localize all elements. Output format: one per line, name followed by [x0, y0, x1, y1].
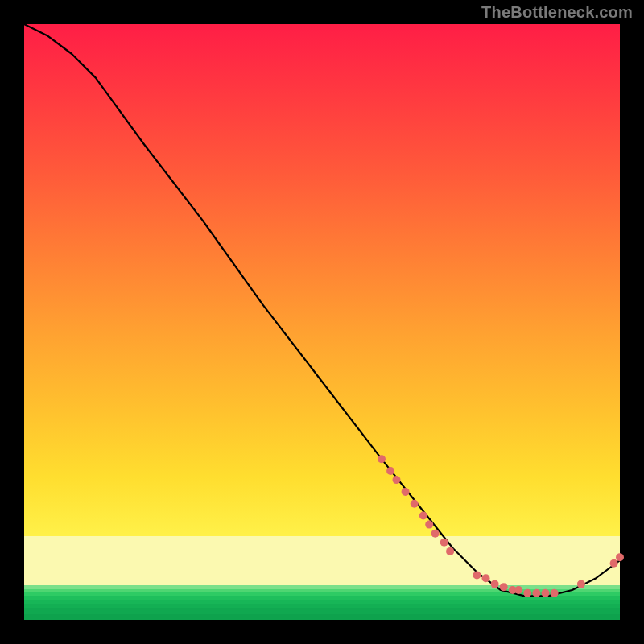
curve-marker [473, 572, 481, 580]
curve-marker [577, 580, 585, 588]
curve-marker [386, 467, 394, 475]
curve-marker [616, 553, 624, 561]
curve-marker [491, 580, 499, 588]
curve-marker [514, 586, 522, 594]
curve-marker [431, 530, 440, 538]
curve-marker [532, 589, 540, 597]
bottleneck-curve-line [24, 24, 620, 596]
curve-marker [411, 500, 419, 508]
curve-marker [610, 559, 618, 568]
curve-marker [393, 476, 401, 484]
curve-marker [482, 574, 490, 582]
curve-marker [425, 521, 433, 529]
chart-stage: TheBottleneck.com [0, 0, 644, 644]
curve-marker [446, 547, 454, 555]
chart-overlay [24, 24, 620, 620]
curve-marker [542, 589, 550, 597]
curve-marker [419, 512, 427, 520]
curve-marker [402, 488, 410, 496]
curve-markers [378, 455, 624, 597]
curve-marker [440, 539, 448, 547]
curve-marker [500, 583, 508, 591]
curve-marker [523, 589, 531, 597]
plot-area [24, 24, 620, 620]
curve-marker [551, 589, 559, 597]
watermark-text: TheBottleneck.com [481, 3, 633, 22]
curve-marker [378, 455, 386, 463]
